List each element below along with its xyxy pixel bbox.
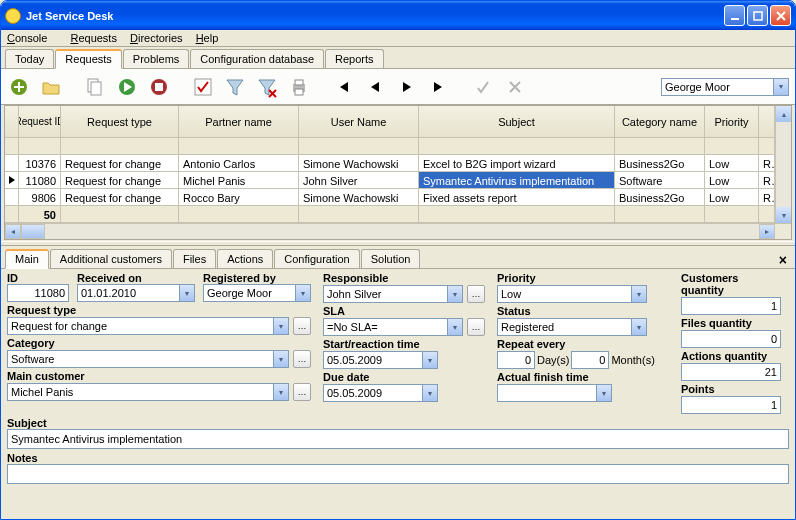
titlebar: Jet Service Desk [1,1,795,30]
status-dropdown[interactable]: Registered▾ [497,318,647,336]
actions-qty-input[interactable] [681,363,781,381]
tab-actions[interactable]: Actions [217,249,273,268]
responsible-browse[interactable]: … [467,285,485,303]
request-type-dropdown[interactable]: Request for change▾ [7,317,289,335]
id-input[interactable] [7,284,69,302]
lbl-cust-qty: Customers quantity [681,271,781,296]
svg-rect-14 [295,80,303,85]
tab-configdb[interactable]: Configuration database [190,49,324,68]
lbl-sla: SLA [323,304,485,317]
next-icon[interactable] [395,75,419,99]
apply-icon[interactable] [471,75,495,99]
files-qty-input[interactable] [681,330,781,348]
main-customer-browse[interactable]: … [293,383,311,401]
col-partner[interactable]: Partner name [179,106,299,138]
request-type-browse[interactable]: … [293,317,311,335]
grid-hscroll[interactable]: ◂ ▸ [5,223,791,239]
repeat-days-input[interactable] [497,351,535,369]
actual-finish-date[interactable]: ▾ [497,384,612,402]
sla-browse[interactable]: … [467,318,485,336]
grid-vscroll[interactable]: ▴ ▾ [775,106,791,223]
col-type[interactable]: Request type [61,106,179,138]
start-date[interactable]: 05.05.2009▾ [323,351,438,369]
priority-dropdown[interactable]: Low▾ [497,285,647,303]
table-row[interactable]: 11080Request for changeMichel PanisJohn … [5,172,775,189]
responsible-dropdown[interactable]: John Silver▾ [323,285,463,303]
lbl-id: ID [7,271,69,284]
col-id[interactable]: Request ID [19,106,61,138]
new-icon[interactable] [7,75,31,99]
close-button[interactable] [770,5,791,26]
points-input[interactable] [681,396,781,414]
filter-icon[interactable] [223,75,247,99]
stop-icon[interactable] [147,75,171,99]
lbl-notes: Notes [7,451,789,464]
subject-input[interactable] [7,429,789,449]
run-icon[interactable] [115,75,139,99]
app-window: Jet Service Desk Console Requests Direct… [0,0,796,520]
notes-input[interactable] [7,464,789,484]
registered-by-dropdown[interactable]: George Moor▾ [203,284,311,302]
tab-solution[interactable]: Solution [361,249,421,268]
cancel-icon[interactable] [503,75,527,99]
last-icon[interactable] [427,75,451,99]
grid-header: Request ID Request type Partner name Use… [5,106,775,138]
received-date[interactable]: 01.01.2010▾ [77,284,195,302]
first-icon[interactable] [331,75,355,99]
tab-configuration[interactable]: Configuration [274,249,359,268]
detail-close-icon[interactable]: × [775,252,791,268]
tab-reports[interactable]: Reports [325,49,384,68]
tab-problems[interactable]: Problems [123,49,189,68]
category-browse[interactable]: … [293,350,311,368]
copy-icon[interactable] [83,75,107,99]
svg-rect-1 [754,12,762,20]
due-date[interactable]: 05.05.2009▾ [323,384,438,402]
col-priority[interactable]: Priority [705,106,759,138]
minimize-button[interactable] [724,5,745,26]
menu-help[interactable]: Help [196,32,219,44]
tab-files[interactable]: Files [173,249,216,268]
tab-main[interactable]: Main [5,249,49,269]
clear-filter-icon[interactable] [255,75,279,99]
menu-requests[interactable]: Requests [70,32,116,44]
lbl-received: Received on [77,271,195,284]
lbl-registered-by: Registered by [203,271,311,284]
top-tabs: Today Requests Problems Configuration da… [1,47,795,69]
grid-filter-row[interactable] [5,138,775,155]
prev-icon[interactable] [363,75,387,99]
splitter[interactable] [1,241,795,246]
svg-rect-0 [731,18,739,20]
col-category[interactable]: Category name [615,106,705,138]
category-dropdown[interactable]: Software▾ [7,350,289,368]
menu-directories[interactable]: Directories [130,32,183,44]
sla-dropdown[interactable]: =No SLA=▾ [323,318,463,336]
main-customer-dropdown[interactable]: Michel Panis▾ [7,383,289,401]
lbl-category: Category [7,336,311,349]
lbl-priority: Priority [497,271,669,284]
lbl-files-qty: Files quantity [681,316,781,329]
chevron-down-icon[interactable]: ▾ [773,79,788,95]
lbl-subject: Subject [7,416,789,429]
print-icon[interactable] [287,75,311,99]
maximize-button[interactable] [747,5,768,26]
tab-requests[interactable]: Requests [55,49,121,69]
user-filter-dropdown[interactable]: George Moor ▾ [661,78,789,96]
lbl-start: Start/reaction time [323,337,485,350]
repeat-months-input[interactable] [571,351,609,369]
lbl-points: Points [681,382,781,395]
menu-console[interactable]: Console [7,32,57,44]
days-label: Day(s) [537,354,569,366]
table-row[interactable]: 9806Request for changeRocco BarySimone W… [5,189,775,206]
col-user[interactable]: User Name [299,106,419,138]
col-subject[interactable]: Subject [419,106,615,138]
tab-additional-customers[interactable]: Additional customers [50,249,172,268]
lbl-responsible: Responsible [323,271,485,284]
cust-qty-input[interactable] [681,297,781,315]
tab-today[interactable]: Today [5,49,54,68]
table-row[interactable]: 10376Request for changeAntonio CarlosSim… [5,155,775,172]
svg-rect-9 [155,83,163,91]
footer-count: 50 [19,206,61,223]
open-icon[interactable] [39,75,63,99]
requests-grid: Request ID Request type Partner name Use… [4,105,792,240]
check-icon[interactable] [191,75,215,99]
